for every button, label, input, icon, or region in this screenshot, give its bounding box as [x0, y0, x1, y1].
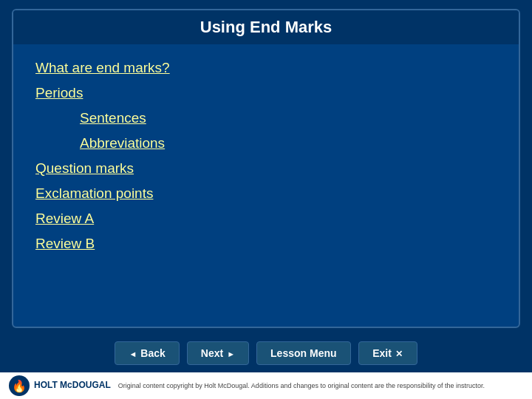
slide-title: Using End Marks	[200, 18, 332, 36]
next-arrow-icon	[227, 347, 235, 359]
back-label: Back	[140, 347, 165, 359]
menu-item-what-are[interactable]: What are end marks?	[35, 58, 497, 78]
back-button[interactable]: Back	[115, 341, 179, 365]
content-area: Using End Marks What are end marks?Perio…	[12, 9, 520, 328]
flame-icon: 🔥	[12, 379, 27, 393]
slide-title-bar: Using End Marks	[13, 10, 519, 44]
bottom-navigation: Back Next Lesson Menu Exit	[0, 334, 532, 372]
footer-logo: 🔥 HOLT McDOUGAL	[9, 375, 111, 396]
logo-icon: 🔥	[9, 375, 30, 396]
next-button[interactable]: Next	[187, 341, 249, 365]
lesson-menu-button[interactable]: Lesson Menu	[256, 341, 350, 365]
next-label: Next	[201, 347, 223, 359]
menu-item-sentences[interactable]: Sentences	[35, 108, 497, 129]
lesson-menu-label: Lesson Menu	[270, 347, 336, 359]
exit-icon	[395, 347, 403, 359]
logo-text: HOLT McDOUGAL	[34, 381, 111, 390]
footer-legal: Original content copyright by Holt McDou…	[118, 382, 523, 389]
main-container: Using End Marks What are end marks?Perio…	[0, 0, 532, 399]
footer: 🔥 HOLT McDOUGAL Original content copyrig…	[0, 372, 532, 399]
menu-item-periods[interactable]: Periods	[35, 83, 497, 103]
menu-item-exclamation-points[interactable]: Exclamation points	[35, 183, 497, 204]
menu-item-review-b[interactable]: Review B	[35, 233, 497, 254]
menu-item-abbreviations[interactable]: Abbreviations	[35, 133, 497, 154]
menu-item-question-marks[interactable]: Question marks	[35, 158, 497, 179]
exit-button[interactable]: Exit	[358, 341, 417, 365]
back-arrow-icon	[129, 347, 137, 359]
menu-list: What are end marks?PeriodsSentencesAbbre…	[13, 44, 519, 262]
menu-item-review-a[interactable]: Review A	[35, 208, 497, 229]
exit-label: Exit	[372, 347, 392, 359]
